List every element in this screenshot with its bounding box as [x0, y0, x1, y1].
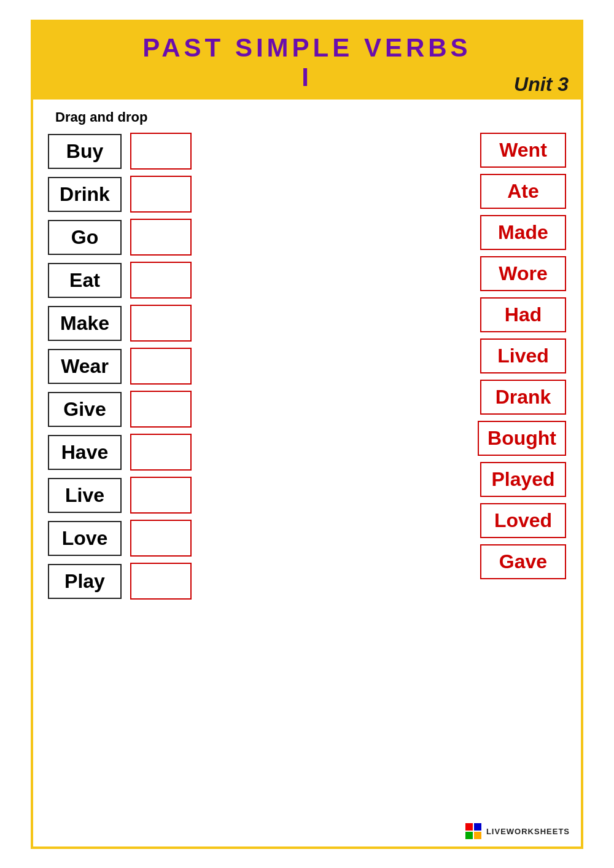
liveworksheets-icon	[465, 823, 483, 840]
past-verb-row: Had	[480, 297, 566, 332]
drop-target[interactable]	[130, 520, 192, 557]
verb-row: Love	[48, 520, 192, 557]
verb-row: Live	[48, 477, 192, 514]
verb-row: Go	[48, 219, 192, 256]
base-verb: Eat	[48, 263, 122, 298]
past-verb-row: Made	[480, 215, 566, 250]
past-verb[interactable]: Ate	[480, 174, 566, 209]
left-column: BuyDrinkGoEatMakeWearGiveHaveLiveLovePla…	[48, 133, 307, 600]
verb-row: Wear	[48, 348, 192, 385]
past-verb[interactable]: Wore	[480, 256, 566, 291]
past-verb-row: Loved	[480, 503, 566, 538]
past-verb[interactable]: Had	[480, 297, 566, 332]
footer: LIVEWORKSHEETS	[465, 823, 570, 840]
past-verb[interactable]: Loved	[480, 503, 566, 538]
past-verb-row: Played	[480, 462, 566, 497]
verb-row: Give	[48, 391, 192, 428]
worksheet-page: PAST SIMPLE VERBS I Unit 3 Drag and drop…	[31, 20, 583, 849]
unit-label: Unit 3	[514, 73, 569, 96]
drop-target[interactable]	[130, 348, 192, 385]
past-verb[interactable]: Gave	[480, 544, 566, 579]
right-column: WentAteMadeWoreHadLivedDrankBoughtPlayed…	[307, 133, 566, 600]
past-verb-row: Gave	[480, 544, 566, 579]
base-verb: Buy	[48, 134, 122, 169]
verb-row: Buy	[48, 133, 192, 170]
verb-matching-area: BuyDrinkGoEatMakeWearGiveHaveLiveLovePla…	[33, 130, 581, 606]
past-verb-row: Drank	[480, 380, 566, 415]
base-verb: Go	[48, 220, 122, 255]
drop-target[interactable]	[130, 305, 192, 342]
drop-target[interactable]	[130, 391, 192, 428]
past-verb[interactable]: Made	[480, 215, 566, 250]
past-verb-row: Bought	[478, 421, 566, 456]
base-verb: Have	[48, 435, 122, 470]
past-verb[interactable]: Went	[480, 133, 566, 168]
drop-target[interactable]	[130, 262, 192, 299]
verb-row: Drink	[48, 176, 192, 213]
worksheet-title: PAST SIMPLE VERBS I	[48, 33, 566, 93]
base-verb: Make	[48, 306, 122, 341]
base-verb: Live	[48, 478, 122, 513]
base-verb: Wear	[48, 349, 122, 384]
verb-row: Have	[48, 434, 192, 471]
drop-target[interactable]	[130, 219, 192, 256]
past-verb-row: Went	[480, 133, 566, 168]
base-verb: Give	[48, 392, 122, 427]
past-verb-row: Ate	[480, 174, 566, 209]
instruction-label: Drag and drop	[33, 100, 581, 130]
footer-logo-text: LIVEWORKSHEETS	[486, 827, 570, 836]
past-verb[interactable]: Drank	[480, 380, 566, 415]
verb-row: Eat	[48, 262, 192, 299]
base-verb: Love	[48, 521, 122, 556]
past-verb-row: Lived	[480, 338, 566, 373]
verb-row: Make	[48, 305, 192, 342]
drop-target[interactable]	[130, 133, 192, 170]
base-verb: Play	[48, 564, 122, 599]
past-verb-row: Wore	[480, 256, 566, 291]
drop-target[interactable]	[130, 563, 192, 600]
past-verb[interactable]: Lived	[480, 338, 566, 373]
header: PAST SIMPLE VERBS I Unit 3	[33, 22, 581, 100]
base-verb: Drink	[48, 177, 122, 212]
drop-target[interactable]	[130, 477, 192, 514]
drop-target[interactable]	[130, 434, 192, 471]
past-verb[interactable]: Played	[480, 462, 566, 497]
drop-target[interactable]	[130, 176, 192, 213]
past-verb[interactable]: Bought	[478, 421, 566, 456]
verb-row: Play	[48, 563, 192, 600]
